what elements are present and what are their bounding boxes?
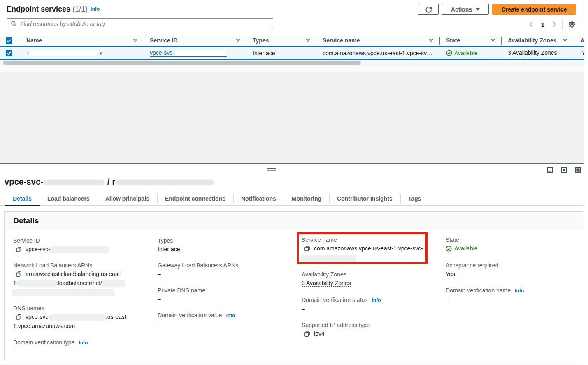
column-separator bbox=[439, 37, 440, 45]
info-link[interactable]: Info bbox=[91, 6, 100, 12]
tab-monitoring[interactable]: Monitoring bbox=[284, 192, 329, 205]
column-header-availability-zones[interactable]: Availability Zones bbox=[508, 35, 557, 46]
actions-button[interactable]: Actions bbox=[442, 4, 489, 15]
arn-fragment: 1: bbox=[13, 280, 18, 286]
column-header-service-id[interactable]: Service ID bbox=[150, 35, 178, 46]
availability-zones-link[interactable]: 3 Availability Zones bbox=[508, 49, 557, 56]
info-link[interactable]: Info bbox=[372, 297, 381, 303]
copy-icon[interactable] bbox=[16, 271, 22, 277]
cell-name: r s bbox=[27, 47, 102, 59]
chevron-left-icon bbox=[529, 21, 534, 28]
create-endpoint-service-button[interactable]: Create endpoint service bbox=[492, 4, 576, 15]
info-link[interactable]: Info bbox=[226, 313, 235, 318]
field-supported-ip-address-type: Supported IP address type ipv4 bbox=[302, 321, 370, 338]
preferences-button[interactable] bbox=[566, 19, 578, 29]
sort-icon-state[interactable] bbox=[490, 35, 495, 46]
actions-button-label: Actions bbox=[451, 6, 472, 13]
toolbar-divider bbox=[562, 19, 563, 29]
field-dns-names: DNS names vpce-svc-.us-east- 1.vpce.amaz… bbox=[13, 304, 128, 330]
horizontal-scrollbar-thumb[interactable] bbox=[3, 61, 361, 65]
field-domain-verification-name: Domain verification nameInfo – bbox=[446, 286, 524, 304]
panel-size-half-button[interactable] bbox=[561, 167, 567, 173]
next-page-button[interactable] bbox=[549, 20, 559, 29]
availability-zones-link[interactable]: 3 Availability Zones bbox=[302, 280, 351, 287]
card-title-row: Endpoint services(1/1)Info Actions Creat… bbox=[7, 4, 576, 15]
sort-icon-types[interactable] bbox=[305, 35, 310, 46]
tab-allow-principals[interactable]: Allow principals bbox=[98, 192, 157, 205]
cell-acceptance-clipped: Y bbox=[582, 47, 584, 59]
copy-icon[interactable] bbox=[304, 246, 310, 252]
gear-icon bbox=[568, 21, 576, 28]
split-panel-drag-handle[interactable] bbox=[267, 168, 276, 171]
tab-load-balancers[interactable]: Load balancers bbox=[40, 192, 98, 205]
service-id-link[interactable]: vpce-svc- bbox=[150, 49, 227, 57]
panel-position-bottom-button[interactable] bbox=[547, 167, 553, 173]
search-box[interactable] bbox=[7, 18, 273, 29]
resource-counter: (1/1) bbox=[70, 5, 88, 13]
service-id-prefix: vpce-svc- bbox=[26, 246, 50, 253]
value-row: vpce-svc-.us-east- bbox=[13, 312, 128, 321]
redaction bbox=[51, 314, 105, 321]
column-separator bbox=[20, 37, 20, 45]
dns-prefix: vpce-svc- bbox=[26, 314, 50, 320]
redaction bbox=[116, 180, 214, 185]
redaction bbox=[12, 290, 114, 296]
page-number[interactable]: 1 bbox=[536, 21, 549, 28]
field-label-text: Domain verification status bbox=[302, 297, 367, 303]
sort-icon-name[interactable] bbox=[133, 35, 138, 46]
column-header-state[interactable]: State bbox=[446, 35, 460, 46]
card-bottom-strip bbox=[0, 66, 584, 72]
column-divider bbox=[439, 235, 439, 355]
table-row[interactable]: r s vpce-svc- Interface com.amazonaws.vp… bbox=[0, 46, 584, 60]
column-separator bbox=[501, 37, 502, 45]
panel-size-full-button[interactable] bbox=[575, 167, 581, 173]
refresh-button[interactable] bbox=[418, 4, 439, 15]
value-row: ipv4 bbox=[302, 329, 370, 338]
previous-page-button[interactable] bbox=[526, 20, 536, 29]
info-link[interactable]: Info bbox=[79, 340, 88, 346]
select-all-checkbox[interactable] bbox=[6, 37, 12, 44]
tab-contributor-insights[interactable]: Contributor Insights bbox=[329, 192, 400, 205]
status-available-icon bbox=[446, 50, 452, 56]
redaction bbox=[51, 247, 108, 253]
value-row: vpce-svc- bbox=[13, 245, 108, 254]
column-header-name[interactable]: Name bbox=[26, 35, 42, 46]
info-link[interactable]: Info bbox=[515, 288, 524, 294]
status-available-icon bbox=[446, 246, 452, 252]
column-header-types[interactable]: Types bbox=[253, 35, 269, 46]
tab-notifications[interactable]: Notifications bbox=[233, 192, 284, 205]
field-service-name: Service name com.amazonaws.vpce.us-east-… bbox=[302, 236, 423, 262]
panel-full-icon bbox=[575, 167, 581, 173]
column-header-clipped[interactable]: A bbox=[581, 35, 584, 46]
redaction bbox=[175, 50, 227, 56]
cell-service-id: vpce-svc- bbox=[150, 47, 227, 59]
search-input[interactable] bbox=[20, 21, 251, 27]
tab-tags[interactable]: Tags bbox=[400, 192, 429, 205]
redaction bbox=[302, 255, 356, 261]
copy-icon[interactable] bbox=[16, 314, 22, 320]
tab-endpoint-connections[interactable]: Endpoint connections bbox=[157, 192, 233, 205]
sort-icon-availability-zones[interactable] bbox=[562, 35, 567, 46]
sort-icon-service-name[interactable] bbox=[429, 35, 434, 46]
field-types: Types Interface bbox=[158, 236, 180, 254]
column-header-service-name[interactable]: Service name bbox=[323, 35, 360, 46]
page-title: Endpoint services(1/1)Info bbox=[7, 5, 100, 14]
copy-icon[interactable] bbox=[304, 331, 310, 337]
column-divider bbox=[295, 235, 295, 355]
field-service-id: Service ID vpce-svc- bbox=[13, 236, 108, 254]
row-checkbox[interactable] bbox=[6, 50, 12, 56]
details-card: Details Service ID bbox=[4, 211, 583, 360]
redaction bbox=[18, 281, 56, 287]
column-separator bbox=[144, 37, 144, 45]
sort-icon-service-id[interactable] bbox=[235, 35, 240, 46]
field-gwlb-arns: Gateway Load Balancers ARNs – bbox=[158, 261, 238, 278]
arn-fragment: :loadbalancer/net/ bbox=[56, 280, 102, 286]
arn-line3 bbox=[13, 288, 125, 297]
search-icon bbox=[11, 21, 17, 27]
cell-availability-zones: 3 Availability Zones bbox=[508, 47, 557, 59]
column-separator bbox=[246, 37, 246, 45]
field-value: 3 Availability Zones bbox=[302, 278, 351, 288]
tab-details[interactable]: Details bbox=[5, 192, 40, 205]
service-id-value: vpce-svc- bbox=[26, 245, 108, 254]
copy-icon[interactable] bbox=[16, 246, 22, 253]
